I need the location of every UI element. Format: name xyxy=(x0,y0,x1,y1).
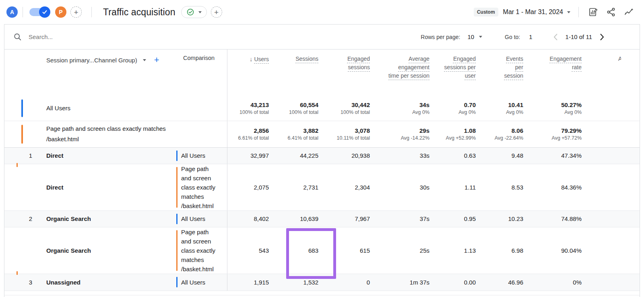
goto-label: Go to: xyxy=(505,34,520,40)
empty-cell xyxy=(586,121,640,147)
rows-per-page-select[interactable]: 10 xyxy=(467,33,482,40)
sort-descending-icon: ↓ xyxy=(250,56,253,62)
divider xyxy=(23,7,23,17)
dimension-header-cell: Session primary...Channel Group) + xyxy=(4,50,176,96)
cell-sessions: 2,731 xyxy=(274,164,323,210)
row-number: 3 xyxy=(4,274,43,291)
cell-avg-engagement-time: 25s xyxy=(375,227,434,274)
search-box[interactable] xyxy=(13,33,421,41)
add-report-button[interactable]: + xyxy=(211,6,222,18)
column-header-users[interactable]: ↓Users xyxy=(227,50,274,96)
row-number: 2 xyxy=(4,210,43,227)
insights-icon[interactable] xyxy=(624,7,634,17)
summary-row-all-users: All Users 43,213100% of total 60,554100%… xyxy=(4,96,640,121)
highlight-annotation-box xyxy=(286,228,336,279)
row-number: 1 xyxy=(4,147,43,164)
cell-engaged-sessions-per-user: 0.95 xyxy=(434,210,481,227)
summary-engagement-rate: 79.29%Avg +57.72% xyxy=(528,121,586,147)
table-toolbar: Rows per page: 10 Go to: 1 1-10 of 11 xyxy=(4,25,640,50)
rows-per-page-label: Rows per page: xyxy=(421,34,460,40)
column-header-engaged-sessions[interactable]: Engaged sessions xyxy=(323,50,375,96)
column-header-sessions[interactable]: Sessions xyxy=(274,50,323,96)
column-header-engagement-rate[interactable]: Engagement rate xyxy=(528,50,586,96)
cell-avg-engagement-time: 37s xyxy=(375,210,434,227)
dimension-header[interactable]: Session primary...Channel Group) xyxy=(46,57,137,64)
empty-cell xyxy=(586,164,640,210)
column-header-partial: A xyxy=(586,50,640,96)
cell-users: 8,402 xyxy=(227,210,274,227)
cell-engaged-sessions: 7,967 xyxy=(323,210,375,227)
row-dimension: Direct xyxy=(43,147,176,164)
comparison-color-bar xyxy=(176,167,178,208)
date-range[interactable]: Mar 1 - Mar 31, 2024 xyxy=(503,8,563,16)
column-header-avg-engagement-time[interactable]: Average engagement time per session xyxy=(375,50,434,96)
customize-report-icon[interactable] xyxy=(588,7,598,17)
divider xyxy=(91,7,92,17)
table-row[interactable]: 1 Direct All Users 32,997 44,225 20,938 … xyxy=(4,147,640,164)
chevron-down-icon[interactable] xyxy=(143,59,146,61)
empty-cell xyxy=(586,96,640,121)
table-row[interactable]: Direct Page path and screen class exactl… xyxy=(4,164,640,210)
add-dimension-button[interactable]: + xyxy=(154,55,159,65)
chevron-down-icon[interactable] xyxy=(567,11,570,13)
summary-sessions: 3,8826.41% of total xyxy=(274,121,323,147)
add-comparison-button[interactable]: + xyxy=(70,6,82,18)
summary-avg-engagement-time: 29sAvg -14.22% xyxy=(375,121,434,147)
cell-users: 1,915 xyxy=(227,274,274,291)
toggle-thumb[interactable] xyxy=(39,6,50,18)
row-dimension: Organic Search xyxy=(43,210,176,227)
cell-engaged-sessions-per-user: 0.63 xyxy=(434,147,481,164)
cell-sessions: 10,639 xyxy=(274,210,323,227)
avatar[interactable]: A xyxy=(6,6,18,18)
row-dimension: Organic Search xyxy=(43,227,176,274)
comparison-toggle[interactable] xyxy=(29,8,48,16)
share-icon[interactable] xyxy=(606,7,616,17)
cell-avg-engagement-time: 30s xyxy=(375,164,434,210)
empty-cell xyxy=(586,147,640,164)
comparison-header: Comparison xyxy=(176,50,227,96)
page-range: 1-10 of 11 xyxy=(566,33,592,40)
next-page-icon[interactable] xyxy=(597,32,607,42)
cell-avg-engagement-time: 33s xyxy=(375,147,434,164)
comparison-color-bar xyxy=(21,99,23,117)
summary-users: 2,8566.61% of total xyxy=(227,121,274,147)
summary-events-per-session: 8.06Avg -22.64% xyxy=(481,121,528,147)
avatar[interactable]: P xyxy=(55,6,66,18)
comparison-color-bar xyxy=(176,214,178,224)
chevron-down-icon xyxy=(198,11,202,13)
cell-events-per-session: 46.96 xyxy=(481,274,528,291)
row-number xyxy=(4,164,43,210)
comparison-color-bar xyxy=(176,230,178,271)
summary-engaged-sessions-per-user: 1.08Avg +52.99% xyxy=(434,121,481,147)
table-row[interactable]: 2 Organic Search All Users 8,402 10,639 … xyxy=(4,210,640,227)
empty-cell xyxy=(586,210,640,227)
goto-page-input[interactable]: 1 xyxy=(529,33,532,40)
cell-engaged-sessions: 2,304 xyxy=(323,164,375,210)
summary-engaged-sessions: 30,442100% of total xyxy=(323,96,375,121)
search-icon xyxy=(13,33,22,41)
cell-users: 543 xyxy=(227,227,274,274)
table-header-row: Session primary...Channel Group) + Compa… xyxy=(4,50,640,96)
cell-sessions: 44,225 xyxy=(274,147,323,164)
summary-avg-engagement-time: 34sAvg 0% xyxy=(375,96,434,121)
comparison-color-bar xyxy=(176,151,178,161)
column-header-events-per-session[interactable]: Events per session xyxy=(481,50,528,96)
summary-engaged-sessions-per-user: 0.70Avg 0% xyxy=(434,96,481,121)
column-header-engaged-sessions-per-user[interactable]: Engaged sessions per user xyxy=(434,50,481,96)
search-input[interactable] xyxy=(29,33,190,40)
row-comparison: Page path and screen class exactly match… xyxy=(176,227,227,274)
comparison-tick xyxy=(17,163,18,167)
report-status-badge[interactable] xyxy=(181,6,207,18)
row-comparison: All Users xyxy=(176,210,227,227)
row-comparison: Page path and screen class exactly match… xyxy=(176,164,227,210)
cell-users: 32,997 xyxy=(227,147,274,164)
summary-users: 43,213100% of total xyxy=(227,96,274,121)
summary-label-cell: Page path and screen class exactly match… xyxy=(4,121,227,147)
summary-engagement-rate: 50.27%Avg 0% xyxy=(528,96,586,121)
cell-events-per-session: 6.98 xyxy=(481,227,528,274)
empty-cell xyxy=(586,227,640,274)
rows-per-page-value: 10 xyxy=(467,33,474,40)
comparison-color-bar xyxy=(21,125,23,144)
custom-date-chip: Custom xyxy=(474,8,498,16)
comparison-color-bar xyxy=(176,277,178,287)
